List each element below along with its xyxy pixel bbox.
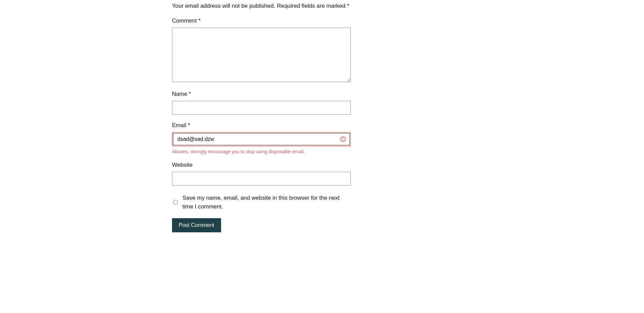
name-label: Name * bbox=[172, 91, 351, 97]
email-label: Email * bbox=[172, 122, 351, 129]
email-input-wrapper bbox=[172, 132, 351, 146]
email-error-message: Abuses, strongly encourage you to stop u… bbox=[172, 149, 351, 154]
website-field-group: Website bbox=[172, 162, 351, 186]
website-input[interactable] bbox=[172, 172, 351, 186]
name-field-group: Name * bbox=[172, 91, 351, 115]
comment-form: Your email address will not be published… bbox=[172, 0, 351, 232]
form-notice: Your email address will not be published… bbox=[172, 3, 351, 9]
email-input[interactable] bbox=[173, 133, 350, 145]
post-comment-button[interactable]: Post Comment bbox=[172, 218, 221, 232]
comment-field-group: Comment * bbox=[172, 17, 351, 83]
save-cookies-row: Save my name, email, and website in this… bbox=[172, 194, 351, 211]
save-cookies-label: Save my name, email, and website in this… bbox=[182, 194, 351, 211]
comment-textarea[interactable] bbox=[172, 28, 351, 82]
comment-label: Comment * bbox=[172, 17, 351, 24]
website-label: Website bbox=[172, 162, 351, 168]
email-field-group: Email * Abuses, strongly encourage you t… bbox=[172, 122, 351, 154]
save-cookies-checkbox[interactable] bbox=[173, 200, 178, 204]
name-input[interactable] bbox=[172, 101, 351, 115]
